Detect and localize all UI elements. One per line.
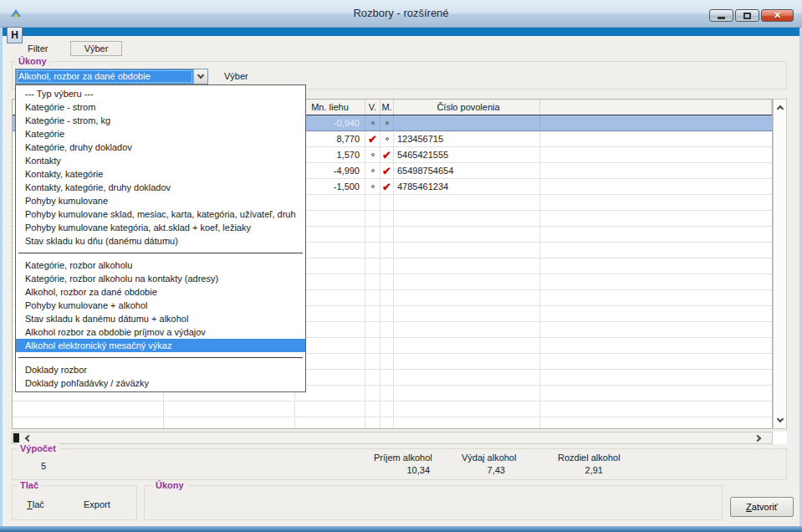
ukony-group-label: Úkony	[15, 56, 50, 66]
window-title: Rozbory - rozšírené	[0, 7, 802, 19]
h-button[interactable]: H	[7, 27, 23, 43]
table-row[interactable]	[13, 402, 772, 417]
grid-header-cell[interactable]: Číslo povolenia	[394, 100, 540, 115]
combobox-dropdown-button[interactable]	[193, 69, 207, 84]
table-cell	[394, 402, 540, 417]
table-cell	[540, 211, 772, 226]
circle-icon	[386, 137, 389, 141]
table-cell	[381, 354, 394, 369]
grid-header-cell[interactable]: M.	[381, 100, 394, 115]
table-cell	[13, 417, 164, 429]
chevron-down-icon	[197, 72, 204, 79]
vertical-scrollbar[interactable]	[773, 99, 787, 429]
grid-header-cell[interactable]: V.	[365, 100, 381, 115]
dropdown-item[interactable]: Doklady rozbor	[16, 363, 305, 376]
table-cell	[540, 417, 772, 429]
check-icon: ✔	[382, 166, 391, 176]
table-cell	[381, 115, 394, 130]
hscrollbar-thumb[interactable]	[13, 433, 19, 442]
close-dialog-button[interactable]: Zatvoriť	[730, 497, 794, 517]
stat-rozdiel-alkohol: Rozdiel alkohol 2,91	[558, 453, 623, 475]
scroll-left-icon[interactable]	[25, 435, 32, 442]
scrollbar-corner	[773, 432, 787, 444]
dropdown-item[interactable]: Kategórie - strom, kg	[16, 114, 305, 127]
dropdown-item[interactable]: Alkohol, rozbor za dané obdobie	[16, 285, 305, 299]
table-cell	[381, 274, 394, 289]
stat-label: Príjem alkohol	[374, 453, 432, 463]
maximize-button[interactable]	[735, 9, 759, 22]
dropdown-item[interactable]: Pohyby kumulovane	[16, 194, 305, 207]
dropdown-item[interactable]: Kategórie, druhy dokladov	[16, 141, 305, 154]
scroll-up-icon[interactable]	[777, 105, 784, 112]
dropdown-item[interactable]: Alkohol elektronický mesačný výkaz	[16, 339, 305, 352]
table-cell	[365, 227, 381, 242]
dropdown-item[interactable]: Alkohol rozbor za obdobie príjmov a výda…	[16, 325, 305, 339]
print-button[interactable]: Tlač	[27, 499, 44, 509]
table-cell	[365, 306, 381, 321]
dropdown-item[interactable]: Kontakty	[16, 154, 305, 167]
table-cell	[381, 258, 394, 274]
circle-icon	[371, 121, 375, 125]
table-cell	[365, 354, 381, 369]
table-cell	[394, 211, 540, 226]
horizontal-scrollbar[interactable]	[12, 432, 773, 444]
table-cell	[394, 338, 540, 353]
close-button[interactable]: ✕	[761, 9, 794, 22]
table-cell	[540, 322, 772, 337]
dropdown-item[interactable]: Pohyby kumulovane sklad, mesiac, karta, …	[16, 207, 305, 221]
dropdown-item[interactable]: Kategórie	[16, 127, 305, 141]
table-cell	[540, 243, 772, 258]
vyber-label: Výber	[224, 71, 248, 81]
dropdown-item[interactable]: Kategórie, rozbor alkoholu na kontakty (…	[16, 272, 305, 285]
stat-value: 10,34	[374, 465, 432, 475]
tab-vyber[interactable]: Výber	[70, 41, 122, 56]
grid-header-cell[interactable]	[540, 100, 772, 115]
scroll-down-icon[interactable]	[777, 416, 784, 422]
dropdown-item[interactable]: Stav skladu ku dňu (danému dátumu)	[16, 234, 305, 248]
export-button[interactable]: Export	[84, 499, 110, 509]
table-cell	[365, 115, 381, 130]
table-cell: 5465421555	[394, 147, 540, 162]
table-cell	[394, 417, 540, 429]
table-cell	[365, 195, 381, 210]
dropdown-item[interactable]: Pohyby kumulovane + alkohol	[16, 299, 305, 312]
minimize-icon	[718, 17, 725, 19]
report-type-combobox[interactable]: Alkohol, rozbor za dané obdobie	[15, 69, 208, 84]
dropdown-item[interactable]: --- Typ výberu ---	[16, 87, 305, 100]
dropdown-item[interactable]: Pohyby kumulovane kategória, akt.sklad +…	[16, 221, 305, 234]
table-cell	[365, 338, 381, 353]
minimize-button[interactable]	[709, 9, 733, 22]
dropdown-item[interactable]: Kategórie, rozbor alkoholu	[16, 258, 305, 272]
table-cell	[365, 243, 381, 258]
scroll-right-icon[interactable]	[754, 435, 761, 442]
table-cell	[540, 338, 772, 353]
table-cell	[540, 386, 772, 401]
app-window: Rozbory - rozšírené ✕ H Filter Výber Úko…	[0, 0, 802, 532]
dropdown-item[interactable]: Stav skladu k danému dátumu + alkohol	[16, 312, 305, 325]
dropdown-item[interactable]: Kontakty, kategórie	[16, 167, 305, 181]
table-cell	[381, 417, 394, 429]
table-row[interactable]	[13, 417, 772, 429]
table-cell	[381, 306, 394, 321]
table-cell	[394, 258, 540, 274]
table-cell: 65498754654	[394, 163, 540, 178]
table-cell	[394, 386, 540, 401]
table-cell	[365, 179, 381, 194]
table-cell	[394, 274, 540, 289]
dropdown-separator	[18, 357, 303, 358]
stat-label: Rozdiel alkohol	[558, 453, 623, 463]
table-cell	[381, 338, 394, 353]
table-cell	[381, 227, 394, 242]
table-cell	[540, 258, 772, 274]
dropdown-item[interactable]: Doklady pohľadávky / záväzky	[16, 376, 305, 390]
header-strip	[3, 28, 799, 36]
dropdown-item[interactable]: Kontakty, kategórie, druhy dokladov	[16, 181, 305, 194]
table-cell	[394, 195, 540, 210]
tab-filter[interactable]: Filter	[28, 43, 48, 54]
table-cell	[540, 131, 772, 146]
type-dropdown-list: --- Typ výberu ---Kategórie - stromKateg…	[15, 84, 306, 392]
table-cell	[381, 195, 394, 210]
ukony-bottom-groupbox	[144, 485, 723, 520]
dropdown-item[interactable]: Kategórie - strom	[16, 100, 305, 114]
check-icon: ✔	[382, 150, 391, 161]
